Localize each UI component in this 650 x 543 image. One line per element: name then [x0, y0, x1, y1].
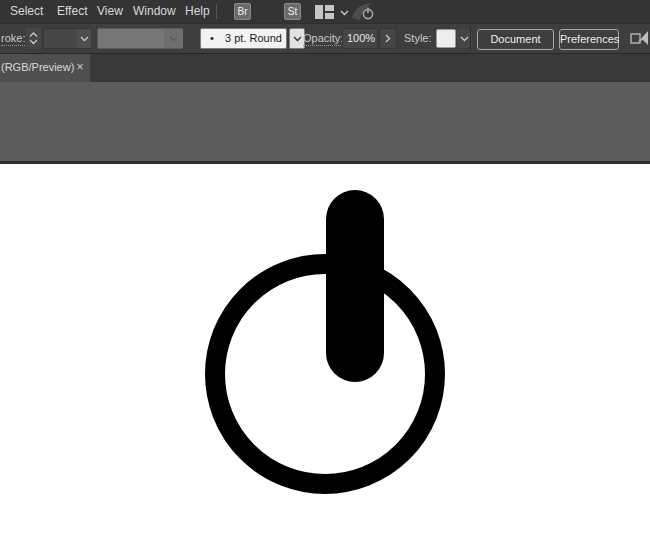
width-profile-chevron-down-icon[interactable] [164, 29, 183, 48]
power-icon-ring[interactable] [215, 264, 435, 484]
stroke-weight-select[interactable] [43, 28, 91, 49]
artboard-canvas[interactable] [0, 164, 650, 543]
pasteboard [0, 82, 650, 161]
document-tab-label: (RGB/Preview) [1, 61, 74, 73]
style-swatch[interactable] [436, 29, 456, 48]
power-icon-artwork[interactable] [0, 164, 650, 543]
workspace-chevron-down-icon[interactable] [339, 9, 349, 16]
power-icon-bar[interactable] [326, 190, 384, 382]
control-bar: roke: • 3 pt. Round Opacity: 100% Style:… [0, 23, 650, 54]
opacity-label[interactable]: Opacity: [303, 32, 343, 46]
menu-item-window[interactable]: Window [133, 0, 176, 23]
opacity-chevron-right-icon[interactable] [379, 28, 397, 49]
width-profile-select[interactable] [97, 28, 183, 49]
brush-preview-dot-icon: • [210, 29, 214, 48]
power-symbol-cursor-icon [351, 1, 379, 22]
preferences-button[interactable]: Preferences [559, 29, 619, 50]
menu-item-help[interactable]: Help [185, 0, 210, 23]
brushes-panel-button[interactable]: Br [234, 3, 251, 20]
menu-divider [216, 4, 217, 19]
brush-definition-label: 3 pt. Round [225, 29, 282, 48]
control-divider [470, 27, 471, 50]
menu-item-select[interactable]: Select [10, 0, 43, 23]
document-tab-bar: (RGB/Preview) × [0, 54, 650, 82]
document-tab[interactable]: (RGB/Preview) × [0, 54, 90, 82]
document-setup-button[interactable]: Document Setup [477, 29, 554, 50]
menu-bar: Select Effect View Window Help Br St [0, 0, 650, 23]
stroke-weight-chevron-down-icon[interactable] [77, 29, 91, 48]
stroke-weight-stepper[interactable] [26, 28, 41, 49]
stroke-label[interactable]: roke: [1, 32, 25, 46]
menu-item-view[interactable]: View [97, 0, 123, 23]
style-label: Style: [404, 32, 432, 44]
menu-item-effect[interactable]: Effect [57, 0, 87, 23]
opacity-input[interactable]: 100% [342, 28, 378, 49]
panel-pin-icon[interactable] [630, 29, 650, 49]
workspace-layout-icon[interactable] [315, 5, 334, 19]
graphic-styles-panel-button[interactable]: St [284, 3, 301, 20]
stepper-up-icon[interactable] [29, 32, 38, 38]
stepper-down-icon[interactable] [29, 39, 38, 45]
brush-definition-select[interactable]: • 3 pt. Round [200, 28, 287, 49]
tab-close-icon[interactable]: × [74, 60, 86, 74]
